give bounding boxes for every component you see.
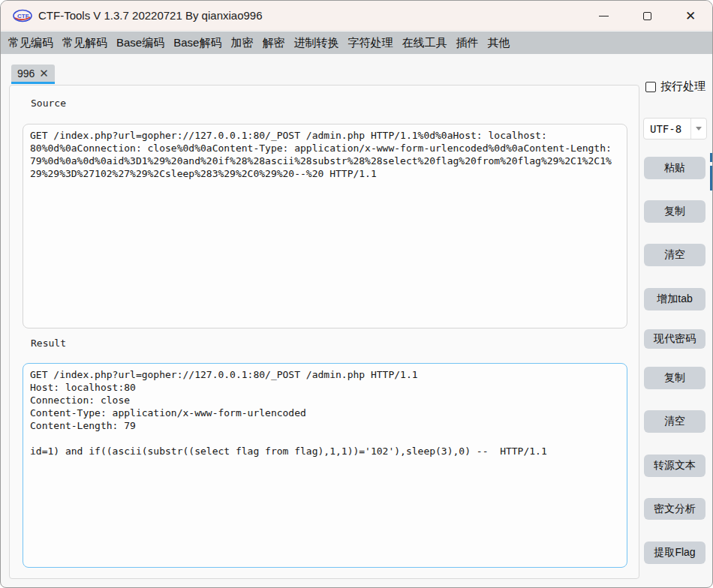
- background-window-fragment: [710, 166, 713, 190]
- title-bar: CTF CTF-Tools V 1.3.7 20220721 By qianxi…: [1, 1, 712, 31]
- minimize-button[interactable]: [582, 1, 625, 31]
- clear-source-button[interactable]: 清空: [644, 244, 705, 266]
- menu-item-string-process[interactable]: 字符处理: [343, 33, 397, 53]
- menu-item-base-decode[interactable]: Base解码: [169, 33, 226, 53]
- ciphertext-analysis-button[interactable]: 密文分析: [644, 498, 705, 520]
- menu-item-plugins[interactable]: 插件: [451, 33, 483, 53]
- line-mode-checkbox[interactable]: [645, 82, 656, 92]
- clear-result-button[interactable]: 清空: [644, 410, 705, 433]
- tab-label: 996: [17, 68, 35, 80]
- modern-crypto-button[interactable]: 现代密码: [644, 329, 705, 349]
- tab-996[interactable]: 996 ✕: [11, 64, 55, 84]
- result-label: Result: [31, 338, 66, 349]
- menu-item-radix-convert[interactable]: 进制转换: [289, 33, 343, 53]
- maximize-icon: [643, 12, 651, 20]
- minimize-icon: [599, 16, 609, 16]
- copy-result-button[interactable]: 复制: [644, 367, 705, 389]
- paste-button[interactable]: 粘贴: [644, 157, 705, 179]
- menu-item-encrypt[interactable]: 加密: [226, 33, 257, 53]
- extract-flag-button[interactable]: 提取Flag: [644, 542, 705, 564]
- tab-close-icon[interactable]: ✕: [39, 68, 49, 79]
- app-window: CTF CTF-Tools V 1.3.7 20220721 By qianxi…: [0, 0, 713, 588]
- chevron-down-icon: [696, 127, 702, 130]
- add-tab-button[interactable]: 增加tab: [644, 288, 705, 310]
- window-title: CTF-Tools V 1.3.7 20220721 By qianxiao99…: [38, 9, 263, 22]
- encoding-select[interactable]: UTF-8: [643, 118, 707, 140]
- source-textarea[interactable]: GET /index.php?url=gopher://127.0.0.1:80…: [23, 124, 627, 328]
- app-logo-icon: CTF: [13, 9, 32, 22]
- menu-item-common-encoding[interactable]: 常见编码: [4, 33, 58, 53]
- to-source-text-button[interactable]: 转源文本: [644, 454, 705, 477]
- copy-source-button[interactable]: 复制: [644, 200, 705, 223]
- result-textarea[interactable]: GET /index.php?url=gopher://127.0.0.1:80…: [23, 363, 627, 568]
- close-button[interactable]: ✕: [669, 1, 712, 31]
- menu-bar: 常见编码 常见解码 Base编码 Base解码 加密 解密 进制转换 字符处理 …: [1, 32, 712, 54]
- line-mode-label: 按行处理: [660, 80, 705, 94]
- menu-item-others[interactable]: 其他: [483, 33, 514, 53]
- menu-item-base-encode[interactable]: Base编码: [112, 33, 169, 53]
- encoding-value: UTF-8: [644, 123, 690, 135]
- line-mode-row: 按行处理: [645, 80, 705, 94]
- menu-item-decrypt[interactable]: 解密: [257, 33, 289, 53]
- close-icon: ✕: [685, 10, 696, 22]
- tab-page-panel: Source GET /index.php?url=gopher://127.0…: [9, 85, 639, 579]
- svg-text:CTF: CTF: [17, 13, 29, 20]
- maximize-button[interactable]: [625, 1, 669, 31]
- encoding-dropdown-button[interactable]: [690, 118, 706, 139]
- menu-item-common-decoding[interactable]: 常见解码: [58, 33, 112, 53]
- background-window-fragment: [710, 153, 713, 162]
- source-label: Source: [31, 98, 66, 109]
- menu-item-online-tools[interactable]: 在线工具: [397, 33, 451, 53]
